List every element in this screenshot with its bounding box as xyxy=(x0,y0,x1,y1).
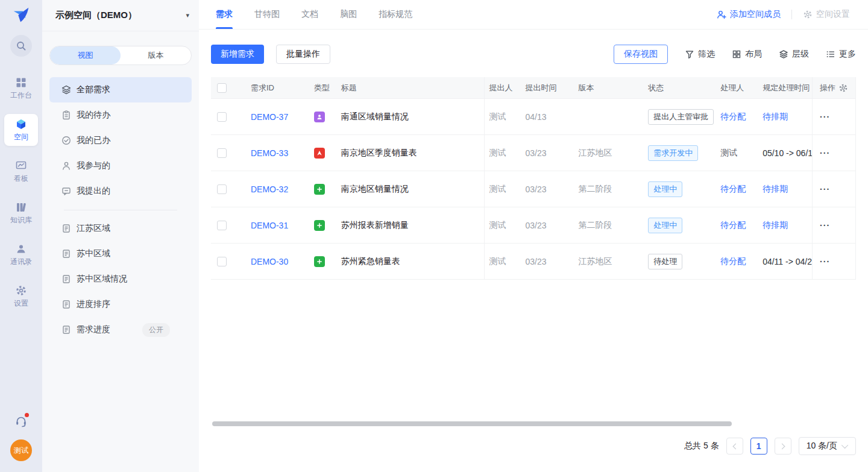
tab-docs[interactable]: 文档 xyxy=(301,0,318,29)
tab-mindmap[interactable]: 脑图 xyxy=(340,0,357,29)
rail-item-label: 空间 xyxy=(14,132,28,142)
layout-grid-icon xyxy=(732,49,741,59)
version: 江苏地区 xyxy=(578,148,612,159)
handler-link[interactable]: 待分配 xyxy=(720,112,746,122)
deadline-link[interactable]: 待排期 xyxy=(763,184,788,195)
row-actions-button[interactable]: ··· xyxy=(820,184,830,194)
view-item-label: 我提出的 xyxy=(77,186,110,197)
view-item-suzhong[interactable]: 苏中区域 xyxy=(49,241,192,266)
requirement-id-link[interactable]: DEMO-30 xyxy=(251,257,288,266)
layers-icon xyxy=(61,85,71,95)
row-checkbox[interactable] xyxy=(217,112,227,122)
view-item-jiangsu[interactable]: 江苏区域 xyxy=(49,216,192,241)
current-page-button[interactable]: 1 xyxy=(750,438,767,455)
status-badge[interactable]: 处理中 xyxy=(648,181,682,197)
rail-item-knowledge[interactable]: 知识库 xyxy=(4,197,38,229)
table-row: DEMO-31 苏州报表新增销量 测试 03/23 第二阶段 处理中 待分配 待… xyxy=(211,207,855,244)
space-settings-button[interactable]: 空间设置 xyxy=(803,9,850,20)
row-actions-button[interactable]: ··· xyxy=(820,148,830,158)
handler-link[interactable]: 待分配 xyxy=(720,256,746,267)
handler-link[interactable]: 待分配 xyxy=(720,184,746,195)
tab-versions[interactable]: 版本 xyxy=(121,46,191,65)
requirement-title[interactable]: 南京地区季度销量表 xyxy=(341,148,417,159)
requirement-id-link[interactable]: DEMO-37 xyxy=(251,112,288,122)
search-button[interactable] xyxy=(10,35,32,57)
tab-gantt[interactable]: 甘特图 xyxy=(254,0,280,29)
new-requirement-button[interactable]: 新增需求 xyxy=(211,45,264,64)
version: 第二阶段 xyxy=(578,184,612,195)
toolbar: 新增需求 批量操作 保存视图 筛选 xyxy=(211,45,856,64)
space-selector[interactable]: 示例空间（DEMO） ▾ xyxy=(42,0,199,31)
row-checkbox[interactable] xyxy=(217,257,227,266)
layout-button[interactable]: 布局 xyxy=(732,49,762,60)
save-view-button[interactable]: 保存视图 xyxy=(614,45,668,64)
gear-icon xyxy=(803,10,813,19)
tab-metrics[interactable]: 指标规范 xyxy=(379,0,412,29)
view-item-req-progress[interactable]: 需求进度 公开 xyxy=(49,317,192,342)
notification-dot xyxy=(25,413,29,417)
column-settings-icon[interactable] xyxy=(838,83,848,93)
view-item-suzhong-status[interactable]: 苏中区域情况 xyxy=(49,266,192,292)
app-logo[interactable] xyxy=(10,5,33,28)
cube-icon xyxy=(15,118,27,130)
status-badge[interactable]: 处理中 xyxy=(648,218,682,233)
status-badge[interactable]: 需求开发中 xyxy=(648,145,698,161)
view-item-all-requirements[interactable]: 全部需求 xyxy=(49,77,192,102)
view-item-my-done[interactable]: 我的已办 xyxy=(49,128,192,153)
view-item-proposed[interactable]: 我提出的 xyxy=(49,178,192,204)
row-checkbox[interactable] xyxy=(217,148,227,158)
select-all-checkbox[interactable] xyxy=(217,83,227,93)
contacts-icon xyxy=(15,243,27,255)
horizontal-scrollbar[interactable] xyxy=(212,421,732,426)
view-item-participated[interactable]: 我参与的 xyxy=(49,153,192,178)
requirement-title[interactable]: 南京地区销量情况 xyxy=(341,184,409,195)
filter-button[interactable]: 筛选 xyxy=(685,49,715,60)
add-member-label: 添加空间成员 xyxy=(730,9,781,20)
handler-link[interactable]: 待分配 xyxy=(720,220,746,231)
version: 第二阶段 xyxy=(578,220,612,231)
proposer: 测试 xyxy=(489,148,506,159)
row-actions-button[interactable]: ··· xyxy=(820,257,830,266)
rail-item-contacts[interactable]: 通讯录 xyxy=(4,239,38,271)
rail-item-label: 看板 xyxy=(14,174,28,184)
requirement-title[interactable]: 苏州紧急销量表 xyxy=(341,256,400,267)
requirement-id-link[interactable]: DEMO-31 xyxy=(251,221,288,230)
view-item-label: 进度排序 xyxy=(77,299,110,310)
deadline-link[interactable]: 待排期 xyxy=(763,112,788,122)
status-badge[interactable]: 待处理 xyxy=(648,254,682,269)
more-button[interactable]: 更多 xyxy=(826,49,856,60)
rail-item-settings[interactable]: 设置 xyxy=(4,280,38,312)
hierarchy-label: 层级 xyxy=(792,49,809,60)
customer-service-button[interactable] xyxy=(14,415,28,430)
page-size-select[interactable]: 10 条/页 xyxy=(799,437,856,455)
left-rail: 工作台 空间 看板 xyxy=(0,0,42,472)
status-badge[interactable]: 提出人主管审批 xyxy=(648,109,714,125)
header-id: 需求ID xyxy=(244,77,304,98)
view-item-label: 苏中区域情况 xyxy=(77,274,127,285)
deadline-link[interactable]: 待排期 xyxy=(763,220,788,231)
row-actions-button[interactable]: ··· xyxy=(820,112,830,122)
requirement-id-link[interactable]: DEMO-32 xyxy=(251,184,288,194)
board-icon xyxy=(15,160,27,172)
requirement-id-link[interactable]: DEMO-33 xyxy=(251,148,288,158)
view-item-progress-sort[interactable]: 进度排序 xyxy=(49,292,192,317)
tab-requirements[interactable]: 需求 xyxy=(216,0,233,29)
row-checkbox[interactable] xyxy=(217,221,227,230)
tab-views[interactable]: 视图 xyxy=(50,46,121,65)
view-item-my-todo[interactable]: 我的待办 xyxy=(49,102,192,128)
rail-item-space[interactable]: 空间 xyxy=(4,114,38,146)
hierarchy-button[interactable]: 层级 xyxy=(779,49,809,60)
header-title: 标题 xyxy=(331,77,485,98)
chevron-right-icon xyxy=(779,443,785,449)
user-avatar[interactable]: 测试 xyxy=(10,439,32,461)
requirement-title[interactable]: 南通区域销量情况 xyxy=(341,112,409,122)
row-actions-button[interactable]: ··· xyxy=(820,221,830,230)
rail-item-workbench[interactable]: 工作台 xyxy=(4,72,38,104)
row-checkbox[interactable] xyxy=(217,184,227,194)
add-member-button[interactable]: 添加空间成员 xyxy=(717,9,781,20)
prev-page-button[interactable] xyxy=(726,438,743,455)
rail-item-kanban[interactable]: 看板 xyxy=(4,156,38,187)
next-page-button[interactable] xyxy=(775,438,791,455)
requirement-title[interactable]: 苏州报表新增销量 xyxy=(341,220,409,231)
batch-action-button[interactable]: 批量操作 xyxy=(276,45,330,64)
